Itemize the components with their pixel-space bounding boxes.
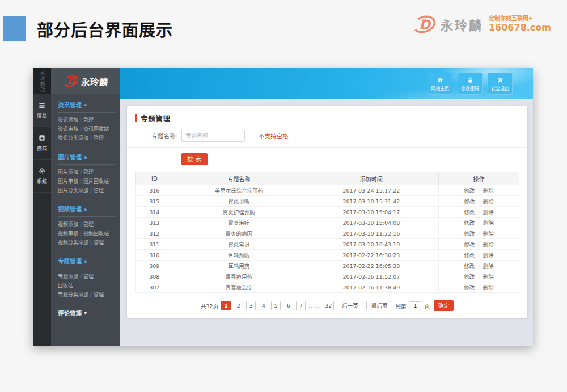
cell-time: 2017-03-10 15:04:17 bbox=[304, 207, 438, 218]
cell-time: 2017-03-10 15:31:42 bbox=[304, 196, 438, 207]
sidebar-item[interactable]: 视频审核丨视频回收站 bbox=[58, 229, 115, 238]
cell-name: 美尼尔氏综合症用药 bbox=[174, 185, 304, 196]
edit-link[interactable]: 修改 bbox=[464, 209, 475, 215]
edit-link[interactable]: 修改 bbox=[464, 220, 475, 226]
sidebar-section-title[interactable]: 视频管理 ▲ bbox=[58, 201, 115, 216]
page-button-1[interactable]: 1 bbox=[221, 301, 231, 310]
sidebar-item[interactable]: 资讯审核丨资讯回收站 bbox=[58, 125, 115, 134]
sidebar-item[interactable]: 资讯分类添加丨管理 bbox=[58, 134, 115, 143]
edit-link[interactable]: 修改 bbox=[464, 241, 475, 248]
edit-link[interactable]: 修改 bbox=[464, 252, 475, 258]
cell-actions: 修改丨删除 bbox=[438, 218, 519, 228]
site-home-button[interactable]: 网站主页 bbox=[428, 73, 452, 95]
cell-actions: 修改丨删除 bbox=[438, 239, 519, 250]
page-button-7[interactable]: 7 bbox=[296, 301, 306, 310]
cell-name: 胃炎常识 bbox=[174, 239, 304, 250]
cell-name: 耳鸣用药 bbox=[174, 261, 304, 271]
sidebar-section-comments: 评论管理 ▼ bbox=[58, 305, 115, 321]
last-page-button[interactable]: 最后页 bbox=[366, 301, 393, 310]
delete-link[interactable]: 删除 bbox=[483, 188, 494, 194]
delete-link[interactable]: 删除 bbox=[483, 198, 494, 204]
safe-logout-button[interactable]: 安全退出 bbox=[488, 73, 513, 95]
cell-time: 2017-03-10 11:22:16 bbox=[304, 228, 438, 239]
sidebar-item[interactable]: 图片添加丨管理 bbox=[58, 168, 115, 177]
edit-link[interactable]: 修改 bbox=[464, 284, 475, 291]
table-row: 309 耳鸣用药 2017-02-22 16:05:30 修改丨删除 bbox=[136, 261, 519, 271]
page-title: 专题管理 bbox=[127, 106, 527, 127]
title-accent-square bbox=[3, 16, 26, 41]
admin-topbar: 网站主页 修改密码 安全退出 bbox=[120, 68, 533, 99]
sidebar-section-title[interactable]: 专题管理 ▲ bbox=[58, 253, 115, 269]
brand-name: 永玲麟 bbox=[441, 15, 483, 33]
brand-domain: 160678.com bbox=[489, 22, 551, 33]
slide-title: 部分后台界面展示 bbox=[37, 17, 173, 41]
page-button-4[interactable]: 4 bbox=[259, 301, 268, 310]
edit-link[interactable]: 修改 bbox=[464, 198, 475, 204]
goto-page-input[interactable] bbox=[409, 301, 421, 310]
page-button-6[interactable]: 6 bbox=[284, 301, 293, 310]
divider bbox=[58, 112, 115, 113]
cell-time: 2017-03-10 10:43:19 bbox=[304, 239, 438, 250]
no-space-hint: 不支持空格 bbox=[259, 131, 289, 140]
delete-link[interactable]: 删除 bbox=[483, 241, 494, 248]
cell-id: 311 bbox=[136, 239, 174, 250]
sidebar-item[interactable]: 回收站 bbox=[58, 281, 115, 290]
icon-rail: 永玲麟V2 信息 疾病 系统 bbox=[33, 68, 51, 346]
page-button-32[interactable]: 32 bbox=[323, 301, 334, 310]
next-page-button[interactable]: 后一页 bbox=[337, 301, 363, 310]
cell-name: 胃炎诊断 bbox=[174, 196, 304, 207]
delete-link[interactable]: 删除 bbox=[483, 252, 494, 258]
sidebar-item[interactable]: 视频添加丨管理 bbox=[58, 220, 115, 229]
chevron-down-icon: ▼ bbox=[84, 311, 87, 316]
change-password-button[interactable]: 修改密码 bbox=[458, 73, 483, 95]
rail-item-info[interactable]: 信息 bbox=[33, 94, 51, 127]
chevron-up-icon: ▲ bbox=[84, 103, 87, 107]
topic-name-label: 专题名称： bbox=[145, 131, 181, 140]
divider bbox=[58, 269, 115, 269]
column-header-time: 添加时间 bbox=[304, 172, 438, 185]
cell-actions: 修改丨删除 bbox=[438, 271, 519, 282]
sidebar-item[interactable]: 视频分类添加丨管理 bbox=[58, 238, 115, 247]
edit-link[interactable]: 修改 bbox=[464, 188, 475, 194]
sidebar-item[interactable]: 资讯添加丨管理 bbox=[58, 116, 115, 125]
cell-id: 313 bbox=[136, 218, 174, 228]
delete-link[interactable]: 删除 bbox=[483, 263, 494, 269]
edit-link[interactable]: 修改 bbox=[464, 231, 475, 237]
table-row: 315 胃炎诊断 2017-03-10 15:31:42 修改丨删除 bbox=[136, 196, 519, 207]
goto-page-prefix: 到第 bbox=[395, 302, 406, 310]
rail-item-label: 信息 bbox=[37, 112, 47, 119]
sidebar-section-title[interactable]: 图片管理 ▲ bbox=[58, 148, 115, 164]
delete-link[interactable]: 删除 bbox=[483, 220, 494, 226]
delete-link[interactable]: 删除 bbox=[483, 209, 494, 215]
sidebar-section-images: 图片管理 ▲ 图片添加丨管理 图片审核丨图片回收站 图片分类添加丨管理 bbox=[58, 148, 115, 195]
delete-link[interactable]: 删除 bbox=[483, 231, 494, 237]
sidebar-section-title[interactable]: 资讯管理 ▲ bbox=[58, 96, 115, 112]
edit-link[interactable]: 修改 bbox=[464, 263, 475, 269]
sidebar-menu: 资讯管理 ▲ 资讯添加丨管理 资讯审核丨资讯回收站 资讯分类添加丨管理 图片管理… bbox=[51, 94, 120, 321]
page-button-3[interactable]: 3 bbox=[246, 301, 256, 310]
rail-item-disease[interactable]: 疾病 bbox=[33, 127, 51, 160]
topic-management-card: 专题管理 专题名称： 不支持空格 搜索 ID 专题名称 添加时间 操作 bbox=[127, 106, 527, 318]
table-row: 314 胃炎护理预防 2017-03-10 15:04:17 修改丨删除 bbox=[136, 207, 519, 218]
sidebar-item[interactable]: 专题分类添加丨管理 bbox=[58, 290, 115, 299]
sidebar-item[interactable]: 专题添加丨管理 bbox=[58, 272, 115, 281]
gear-icon bbox=[38, 167, 46, 175]
page-button-2[interactable]: 2 bbox=[234, 301, 243, 310]
cell-id: 312 bbox=[136, 228, 174, 239]
topic-name-input[interactable] bbox=[181, 130, 245, 142]
sidebar-item[interactable]: 图片审核丨图片回收站 bbox=[58, 177, 115, 186]
rail-top: 永玲麟V2 bbox=[33, 68, 51, 94]
page-button-5[interactable]: 5 bbox=[271, 301, 281, 310]
cell-actions: 修改丨删除 bbox=[438, 250, 519, 261]
sidebar-logo-text: 永玲麟 bbox=[81, 75, 108, 87]
search-button[interactable]: 搜索 bbox=[181, 153, 208, 165]
delete-link[interactable]: 删除 bbox=[483, 284, 494, 291]
rail-item-label: 系统 bbox=[37, 177, 47, 185]
edit-link[interactable]: 修改 bbox=[464, 274, 475, 280]
confirm-button[interactable]: 确定 bbox=[434, 300, 454, 311]
sidebar-section-title[interactable]: 评论管理 ▼ bbox=[58, 305, 115, 321]
delete-link[interactable]: 删除 bbox=[483, 274, 494, 280]
rail-item-system[interactable]: 系统 bbox=[33, 160, 51, 193]
sidebar-item[interactable]: 图片分类添加丨管理 bbox=[58, 186, 115, 195]
brand-logo: D 永玲麟 定制你的互联网+ 160678.com bbox=[411, 15, 551, 34]
